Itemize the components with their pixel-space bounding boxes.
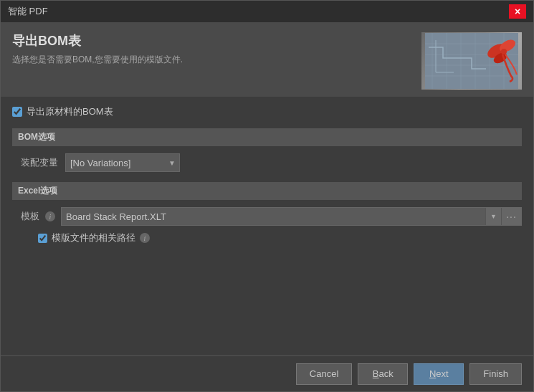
- cancel-button[interactable]: Cancel: [296, 363, 352, 385]
- template-row: 模板 i Board Stack Report.XLT ▼ ···: [12, 207, 522, 226]
- export-bom-label[interactable]: 导出原材料的BOM表: [27, 105, 113, 118]
- page-subtitle: 选择您是否需要BOM,您需要使用的模版文件.: [12, 54, 183, 66]
- next-label: Next: [429, 368, 449, 379]
- main-window: 智能 PDF × 导出BOM表 选择您是否需要BOM,您需要使用的模版文件.: [0, 0, 534, 392]
- relative-path-checkbox[interactable]: [38, 234, 47, 243]
- template-more-button[interactable]: ···: [501, 208, 521, 225]
- relative-path-row: 模版文件的相关路径 i: [12, 231, 522, 244]
- window-title: 智能 PDF: [8, 5, 48, 18]
- body-section: 导出原材料的BOM表 BOM选项 装配变量 [No Variations] ▼ …: [1, 97, 533, 355]
- svg-point-14: [501, 49, 507, 54]
- template-input-wrapper: Board Stack Report.XLT ▼ ···: [61, 207, 522, 226]
- next-button[interactable]: Next: [414, 363, 464, 385]
- back-label: Back: [373, 368, 394, 379]
- header-image: [421, 32, 522, 90]
- header-illustration: [425, 33, 518, 89]
- template-info-icon: i: [45, 211, 55, 221]
- assembly-var-label: 装配变量: [21, 156, 58, 169]
- template-value: Board Stack Report.XLT: [62, 211, 485, 222]
- template-dropdown-button[interactable]: ▼: [485, 208, 501, 225]
- header-image-inner: [421, 32, 522, 90]
- close-button[interactable]: ×: [509, 4, 526, 19]
- relative-path-label[interactable]: 模版文件的相关路径: [52, 231, 135, 244]
- assembly-var-row: 装配变量 [No Variations] ▼: [12, 153, 522, 172]
- content-area: 导出BOM表 选择您是否需要BOM,您需要使用的模版文件.: [1, 22, 533, 391]
- back-underline: B: [373, 368, 379, 379]
- assembly-var-select[interactable]: [No Variations]: [65, 153, 180, 172]
- page-title: 导出BOM表: [12, 32, 183, 49]
- finish-button[interactable]: Finish: [469, 363, 522, 385]
- header-section: 导出BOM表 选择您是否需要BOM,您需要使用的模版文件.: [1, 22, 533, 97]
- footer-section: Cancel Back Next Finish: [1, 355, 533, 391]
- excel-options-header: Excel选项: [12, 182, 522, 200]
- relative-path-info-icon: i: [140, 233, 150, 243]
- main-panel: 导出BOM表 选择您是否需要BOM,您需要使用的模版文件.: [1, 22, 533, 391]
- assembly-var-select-wrapper: [No Variations] ▼: [65, 153, 180, 172]
- template-label: 模板: [21, 210, 39, 223]
- export-bom-row: 导出原材料的BOM表: [12, 105, 522, 118]
- export-bom-checkbox[interactable]: [12, 107, 22, 117]
- title-bar: 智能 PDF ×: [1, 1, 533, 22]
- next-underline: N: [429, 368, 436, 379]
- bom-options-header: BOM选项: [12, 128, 522, 146]
- header-text: 导出BOM表 选择您是否需要BOM,您需要使用的模版文件.: [12, 32, 183, 66]
- back-button[interactable]: Back: [358, 363, 408, 385]
